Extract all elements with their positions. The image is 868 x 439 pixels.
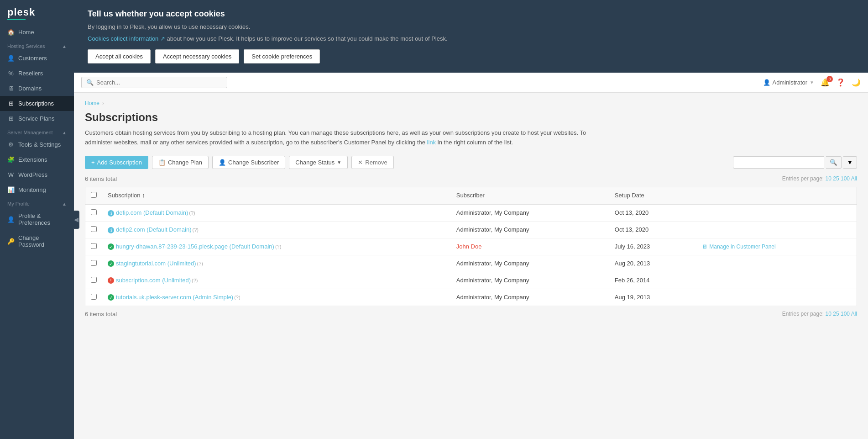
help-icon-1[interactable]: (?): [189, 210, 195, 216]
setup-date-cell-1: Oct 13, 2020: [609, 204, 696, 222]
entries-10-bottom-link[interactable]: 10: [826, 311, 831, 317]
hosting-chevron-icon: ▲: [62, 44, 67, 49]
sidebar-item-monitoring[interactable]: 📊 Monitoring: [0, 182, 74, 197]
row-checkbox-1[interactable]: [91, 209, 97, 215]
cookie-info-link[interactable]: Cookies collect information ↗: [88, 35, 165, 42]
sidebar-item-profile-preferences[interactable]: 👤 Profile & Preferences: [0, 208, 74, 230]
sidebar-subscriptions-label: Subscriptions: [18, 100, 54, 107]
entries-100-bottom-link[interactable]: 100: [841, 311, 850, 317]
subscriber-col-header[interactable]: Subscriber: [451, 187, 609, 204]
sidebar-section-profile[interactable]: My Profile ▲: [0, 197, 74, 208]
help-icon-2[interactable]: (?): [192, 227, 198, 233]
topbar-right: 👤 Administrator ▼ 🔔 3 ❓ 🌙: [763, 78, 861, 87]
change-subscriber-button[interactable]: 👤 Change Subscriber: [212, 156, 285, 169]
subscription-col-header[interactable]: Subscription ↑: [102, 187, 451, 204]
entries-25-bottom-link[interactable]: 25: [833, 311, 839, 317]
sidebar-item-subscriptions[interactable]: ⊞ Subscriptions: [0, 96, 74, 111]
sidebar-item-extensions[interactable]: 🧩 Extensions: [0, 152, 74, 167]
subscription-link-2[interactable]: defip2.com (Default Domain): [116, 226, 191, 233]
entries-25-link[interactable]: 25: [833, 175, 839, 182]
manage-icon-3: 🖥: [702, 243, 707, 250]
search-input[interactable]: [96, 79, 222, 86]
cookie-buttons: Accept all cookies Accept necessary cook…: [88, 49, 854, 63]
breadcrumb-home-link[interactable]: Home: [85, 100, 99, 106]
entries-10-link[interactable]: 10: [826, 175, 831, 182]
status-icon-3: ✓: [108, 243, 114, 250]
actions-col-header: [696, 187, 857, 204]
help-icon-6[interactable]: (?): [234, 295, 240, 300]
remove-button[interactable]: ✕ Remove: [351, 156, 393, 169]
notifications-button[interactable]: 🔔 3: [821, 78, 830, 87]
sidebar-service-plans-label: Service Plans: [18, 115, 54, 122]
change-status-button[interactable]: Change Status ▼: [289, 156, 348, 169]
entries-all-bottom-link[interactable]: All: [851, 311, 857, 317]
domains-icon: 🖥: [7, 85, 15, 92]
help-icon-5[interactable]: (?): [192, 278, 198, 283]
manage-link-3[interactable]: 🖥 Manage in Customer Panel: [702, 243, 851, 250]
entries-all-link[interactable]: All: [851, 175, 857, 182]
sidebar-extensions-label: Extensions: [18, 156, 47, 163]
subscriber-link-3[interactable]: John Doe: [456, 243, 482, 250]
row-checkbox-6[interactable]: [91, 294, 97, 300]
sidebar-monitoring-label: Monitoring: [18, 186, 46, 193]
server-section-label: Server Management: [7, 130, 53, 135]
sidebar-item-domains[interactable]: 🖥 Domains: [0, 81, 74, 96]
sidebar-item-change-password[interactable]: 🔑 Change Password: [0, 230, 74, 252]
select-all-checkbox[interactable]: [91, 192, 97, 198]
accept-necessary-cookies-button[interactable]: Accept necessary cookies: [155, 49, 239, 63]
sidebar-section-server[interactable]: Server Management ▲: [0, 126, 74, 137]
items-count-bottom: 6 items total: [85, 311, 117, 317]
theme-toggle-button[interactable]: 🌙: [852, 78, 861, 87]
topbar-user[interactable]: 👤 Administrator ▼: [763, 79, 814, 86]
sidebar-item-home[interactable]: 🏠 Home: [0, 25, 74, 40]
profile-chevron-icon: ▲: [62, 201, 67, 206]
sidebar-item-customers[interactable]: 👤 Customers: [0, 51, 74, 66]
sidebar-collapse-button[interactable]: ◀: [73, 211, 79, 229]
table-search-input[interactable]: [733, 156, 824, 169]
subscriber-cell-4: Administrator, My Company: [451, 255, 609, 272]
row-checkbox-2[interactable]: [91, 226, 97, 232]
setup-date-cell-5: Feb 26, 2014: [609, 272, 696, 289]
subscription-link-5[interactable]: subscription.com (Unlimited): [116, 277, 191, 284]
accept-all-cookies-button[interactable]: Accept all cookies: [88, 49, 151, 63]
breadcrumb-separator: ›: [102, 100, 104, 106]
customers-icon: 👤: [7, 55, 15, 62]
subscription-link-4[interactable]: stagingtutorial.com (Unlimited): [116, 260, 196, 267]
status-icon-5: !: [108, 277, 114, 284]
sidebar-item-tools[interactable]: ⚙ Tools & Settings: [0, 137, 74, 152]
table-search-dropdown[interactable]: ▼: [843, 156, 857, 169]
subscriber-cell-5: Administrator, My Company: [451, 272, 609, 289]
subscription-link-3[interactable]: hungry-dhawan.87-239-23-156.plesk.page (…: [116, 243, 274, 250]
search-icon: 🔍: [86, 79, 94, 86]
table-search-button[interactable]: 🔍: [826, 156, 842, 169]
add-subscription-button[interactable]: + Add Subscription: [85, 156, 148, 169]
setup-date-col-header[interactable]: Setup Date: [609, 187, 696, 204]
help-button[interactable]: ❓: [836, 78, 845, 87]
breadcrumb: Home ›: [85, 100, 857, 106]
change-plan-button[interactable]: 📋 Change Plan: [152, 156, 209, 169]
subscription-link-1[interactable]: defip.com (Default Domain): [116, 209, 188, 216]
sidebar: plesk 🏠 Home Hosting Services ▲ 👤 Custom…: [0, 0, 74, 439]
service-plans-icon: ⊞: [7, 115, 15, 122]
row-checkbox-4[interactable]: [91, 260, 97, 266]
set-cookie-preferences-button[interactable]: Set cookie preferences: [244, 49, 320, 63]
sidebar-section-hosting[interactable]: Hosting Services ▲: [0, 40, 74, 51]
row-checkbox-3[interactable]: [91, 243, 97, 249]
select-all-header: [85, 187, 103, 204]
subscription-link-6[interactable]: tutorials.uk.plesk-server.com (Admin Sim…: [116, 294, 233, 301]
row-checkbox-5[interactable]: [91, 277, 97, 283]
table-row: ℹdefip2.com (Default Domain)(?)Administr…: [85, 221, 857, 238]
sidebar-item-wordpress[interactable]: W WordPress: [0, 167, 74, 182]
setup-date-cell-2: Oct 13, 2020: [609, 221, 696, 238]
entries-100-link[interactable]: 100: [841, 175, 850, 182]
toolbar: + Add Subscription 📋 Change Plan 👤 Chang…: [85, 156, 857, 169]
help-icon-4[interactable]: (?): [197, 261, 203, 266]
subscriber-cell-6: Administrator, My Company: [451, 289, 609, 306]
sidebar-item-service-plans[interactable]: ⊞ Service Plans: [0, 111, 74, 126]
desc-link[interactable]: link: [427, 139, 436, 146]
sidebar-item-resellers[interactable]: % Resellers: [0, 66, 74, 81]
help-icon-3[interactable]: (?): [275, 244, 281, 249]
cookie-banner: Tell us whether you accept cookies By lo…: [74, 0, 868, 73]
logo-underline: [7, 19, 26, 20]
page-description: Customers obtain hosting services from y…: [85, 128, 587, 148]
